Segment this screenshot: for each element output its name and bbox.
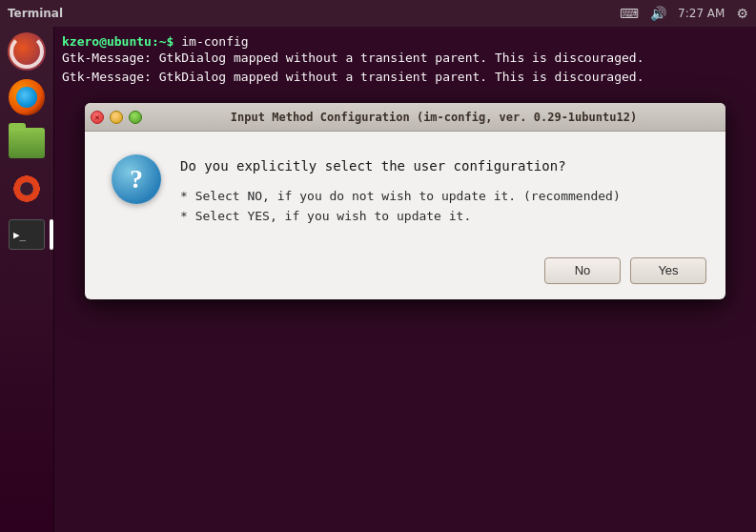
im-config-dialog: ✕ Input Method Configuration (im-config,… <box>85 103 725 299</box>
sidebar-item-firefox[interactable] <box>6 76 48 118</box>
terminal-icon <box>9 219 45 250</box>
dialog-question-text: Do you explicitly select the user config… <box>180 158 699 174</box>
dialog-body: ? Do you explicitly select the user conf… <box>85 132 725 246</box>
app-title: Terminal <box>8 7 63 20</box>
sidebar-item-files[interactable] <box>6 122 48 164</box>
system-tray: ⌨ 🔊 7:27 AM ⚙ <box>620 6 748 21</box>
clock: 7:27 AM <box>678 7 725 20</box>
sidebar-item-terminal[interactable] <box>6 214 48 256</box>
dialog-question-icon: ? <box>112 154 161 204</box>
dialog-titlebar: ✕ Input Method Configuration (im-config,… <box>85 103 725 132</box>
no-button[interactable]: No <box>544 257 621 284</box>
dialog-option-no: * Select NO, if you do not wish to updat… <box>180 187 699 207</box>
dialog-footer: No Yes <box>85 246 725 299</box>
main-layout: kzero@ubuntu:~$ im-config Gtk-Message: G… <box>0 27 756 532</box>
yes-button[interactable]: Yes <box>630 257 706 284</box>
dialog-title: Input Method Configuration (im-config, v… <box>148 111 720 124</box>
dialog-option-yes: * Select YES, if you wish to update it. <box>180 207 699 227</box>
dialog-close-button[interactable]: ✕ <box>91 111 104 124</box>
dialog-content: Do you explicitly select the user config… <box>180 154 699 227</box>
settings-icon[interactable]: ⚙ <box>736 6 748 21</box>
settings-gear-icon <box>9 171 45 207</box>
dialog-maximize-button[interactable] <box>129 111 142 124</box>
top-bar: Terminal ⌨ 🔊 7:27 AM ⚙ <box>0 0 756 27</box>
sidebar <box>0 27 54 532</box>
sidebar-item-ubuntu[interactable] <box>6 31 48 72</box>
active-indicator <box>50 219 53 250</box>
firefox-icon <box>9 79 45 115</box>
terminal-area: kzero@ubuntu:~$ im-config Gtk-Message: G… <box>54 27 756 532</box>
dialog-minimize-button[interactable] <box>110 111 123 124</box>
audio-icon: 🔊 <box>650 6 666 21</box>
files-folder-icon <box>9 128 45 158</box>
dialog-overlay: ✕ Input Method Configuration (im-config,… <box>54 27 756 532</box>
ubuntu-logo-icon <box>8 32 46 71</box>
sidebar-item-settings[interactable] <box>6 168 48 210</box>
keyboard-icon: ⌨ <box>620 6 639 21</box>
